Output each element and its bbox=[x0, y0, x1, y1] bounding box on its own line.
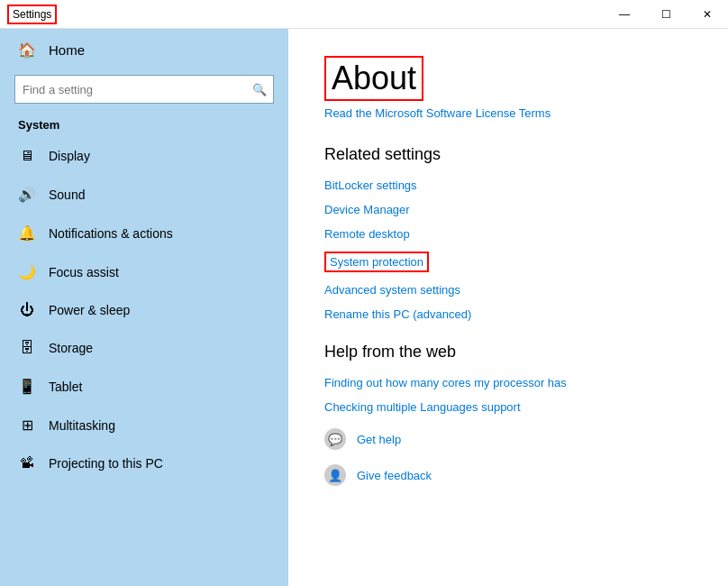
sidebar-item-home[interactable]: 🏠 Home bbox=[0, 29, 288, 71]
home-icon: 🏠 bbox=[18, 41, 36, 59]
main-content: About Read the Microsoft Software Licens… bbox=[288, 29, 728, 586]
window-controls: — ☐ ✕ bbox=[604, 0, 728, 29]
sidebar-item-tablet[interactable]: 📱 Tablet bbox=[0, 367, 288, 406]
minimize-button[interactable]: — bbox=[604, 0, 645, 29]
sidebar-item-notifications[interactable]: 🔔 Notifications & actions bbox=[0, 214, 288, 252]
sidebar-item-label: Tablet bbox=[49, 380, 82, 394]
sidebar-item-sound[interactable]: 🔊 Sound bbox=[0, 175, 288, 214]
sidebar-item-label: Display bbox=[49, 149, 90, 163]
focus-assist-icon: 🌙 bbox=[18, 263, 36, 280]
give-feedback-item[interactable]: 👤 Give feedback bbox=[324, 464, 692, 486]
sidebar-item-label: Sound bbox=[49, 188, 85, 202]
sidebar-item-label: Multitasking bbox=[49, 418, 115, 433]
display-icon: 🖥 bbox=[18, 148, 36, 164]
get-help-label[interactable]: Get help bbox=[357, 433, 401, 446]
storage-icon: 🗄 bbox=[18, 340, 36, 356]
sidebar: 🏠 Home 🔍 System 🖥 Display 🔊 Sound 🔔 Noti… bbox=[0, 29, 288, 586]
related-settings-heading: Related settings bbox=[324, 145, 692, 164]
link-rename-pc[interactable]: Rename this PC (advanced) bbox=[324, 307, 692, 321]
power-sleep-icon: ⏻ bbox=[18, 302, 36, 318]
link-device-manager[interactable]: Device Manager bbox=[324, 203, 692, 216]
link-bitlocker[interactable]: BitLocker settings bbox=[324, 179, 692, 192]
sidebar-item-label: Projecting to this PC bbox=[49, 456, 163, 471]
search-icon: 🔍 bbox=[252, 83, 267, 96]
sidebar-item-multitasking[interactable]: ⊞ Multitasking bbox=[0, 406, 288, 444]
sidebar-item-label: Power & sleep bbox=[49, 303, 130, 317]
sound-icon: 🔊 bbox=[18, 186, 36, 203]
give-feedback-icon: 👤 bbox=[324, 464, 346, 486]
sidebar-item-power-sleep[interactable]: ⏻ Power & sleep bbox=[0, 291, 288, 329]
projecting-icon: 📽 bbox=[18, 455, 36, 472]
maximize-button[interactable]: ☐ bbox=[645, 0, 687, 29]
search-box: 🔍 bbox=[14, 75, 274, 104]
sidebar-item-display[interactable]: 🖥 Display bbox=[0, 137, 288, 175]
link-processor-cores[interactable]: Finding out how many cores my processor … bbox=[324, 376, 692, 389]
app-title: Settings bbox=[7, 5, 57, 24]
link-languages[interactable]: Checking multiple Languages support bbox=[324, 400, 692, 414]
help-from-web-section: Help from the web Finding out how many c… bbox=[324, 343, 692, 486]
get-help-icon: 💬 bbox=[324, 428, 346, 450]
get-help-item[interactable]: 💬 Get help bbox=[324, 428, 692, 450]
sidebar-section-label: System bbox=[0, 113, 288, 137]
give-feedback-label[interactable]: Give feedback bbox=[357, 469, 432, 482]
tablet-icon: 📱 bbox=[18, 378, 36, 395]
home-label: Home bbox=[49, 42, 85, 58]
close-button[interactable]: ✕ bbox=[687, 0, 728, 29]
sidebar-item-focus-assist[interactable]: 🌙 Focus assist bbox=[0, 252, 288, 291]
sidebar-item-label: Notifications & actions bbox=[49, 226, 173, 241]
link-advanced-system[interactable]: Advanced system settings bbox=[324, 283, 692, 297]
sidebar-item-projecting[interactable]: 📽 Projecting to this PC bbox=[0, 444, 288, 482]
sidebar-item-label: Storage bbox=[49, 341, 93, 355]
title-bar: Settings — ☐ ✕ bbox=[0, 0, 728, 29]
license-link[interactable]: Read the Microsoft Software License Term… bbox=[324, 106, 692, 120]
link-remote-desktop[interactable]: Remote desktop bbox=[324, 227, 692, 241]
multitasking-icon: ⊞ bbox=[18, 417, 36, 434]
sidebar-item-storage[interactable]: 🗄 Storage bbox=[0, 329, 288, 367]
help-from-web-heading: Help from the web bbox=[324, 343, 692, 362]
app-container: 🏠 Home 🔍 System 🖥 Display 🔊 Sound 🔔 Noti… bbox=[0, 29, 728, 586]
page-title: About bbox=[324, 56, 423, 101]
sidebar-item-label: Focus assist bbox=[49, 265, 119, 279]
link-system-protection[interactable]: System protection bbox=[324, 252, 429, 272]
related-settings-section: Related settings BitLocker settings Devi… bbox=[324, 145, 692, 321]
search-input[interactable] bbox=[14, 75, 274, 104]
notifications-icon: 🔔 bbox=[18, 224, 36, 242]
